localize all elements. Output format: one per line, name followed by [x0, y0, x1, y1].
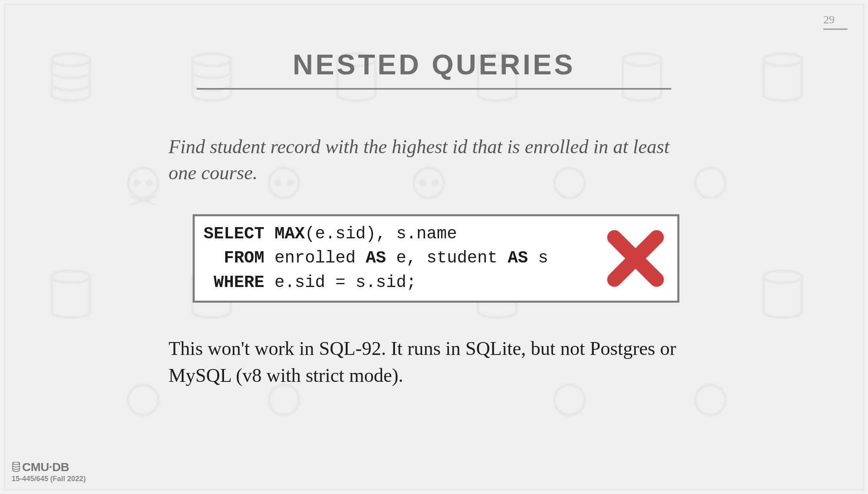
explanation-text: This won't work in SQL-92. It runs in SQ…: [169, 335, 699, 389]
svg-point-21: [128, 385, 158, 415]
sql-text: e, student: [386, 248, 508, 268]
svg-point-7: [134, 179, 141, 187]
db-watermark-icon: [49, 270, 93, 322]
x-mark-icon: [605, 228, 666, 289]
sql-keyword: WHERE: [214, 273, 264, 292]
sql-text: e.sid = s.sid;: [264, 273, 416, 292]
sql-keyword: SELECT: [204, 224, 264, 244]
svg-point-25: [12, 462, 19, 464]
svg-point-23: [555, 385, 585, 415]
content-area: Find student record with the highest id …: [169, 134, 699, 389]
page-number: 29: [823, 13, 847, 30]
svg-point-6: [128, 168, 158, 198]
svg-point-20: [763, 271, 802, 283]
logo-text: CMU·DB: [22, 460, 69, 474]
svg-point-22: [269, 385, 299, 415]
sql-text: enrolled: [264, 248, 366, 268]
slide-inner: 29 NESTED QUERIES Find student record wi…: [4, 4, 864, 490]
course-label: 15-445/645 (Fall 2022): [12, 475, 86, 483]
slide: 29 NESTED QUERIES Find student record wi…: [0, 0, 868, 494]
prompt-text: Find student record with the highest id …: [169, 134, 699, 186]
footer: CMU·DB 15-445/645 (Fall 2022): [12, 460, 86, 483]
sql-keyword: FROM: [224, 248, 264, 268]
db-watermark-icon: [761, 270, 805, 322]
sql-text: (e.sid), s.name: [305, 224, 457, 244]
sql-keyword: MAX: [274, 224, 305, 244]
code-box-wrapper: SELECT MAX(e.sid), s.name FROM enrolled …: [193, 214, 679, 303]
slide-title: NESTED QUERIES: [4, 49, 864, 81]
skull-watermark-icon: [121, 378, 165, 430]
svg-point-24: [695, 385, 726, 415]
skull-watermark-icon: [121, 161, 165, 213]
cmu-db-logo: CMU·DB: [12, 460, 86, 474]
sql-text: s: [528, 248, 548, 268]
svg-point-16: [695, 168, 726, 198]
db-logo-icon: [12, 462, 21, 472]
sql-keyword: AS: [366, 248, 386, 268]
svg-point-17: [51, 271, 90, 283]
sql-keyword: AS: [508, 248, 528, 268]
title-underline: [197, 88, 671, 90]
svg-point-8: [146, 179, 153, 187]
